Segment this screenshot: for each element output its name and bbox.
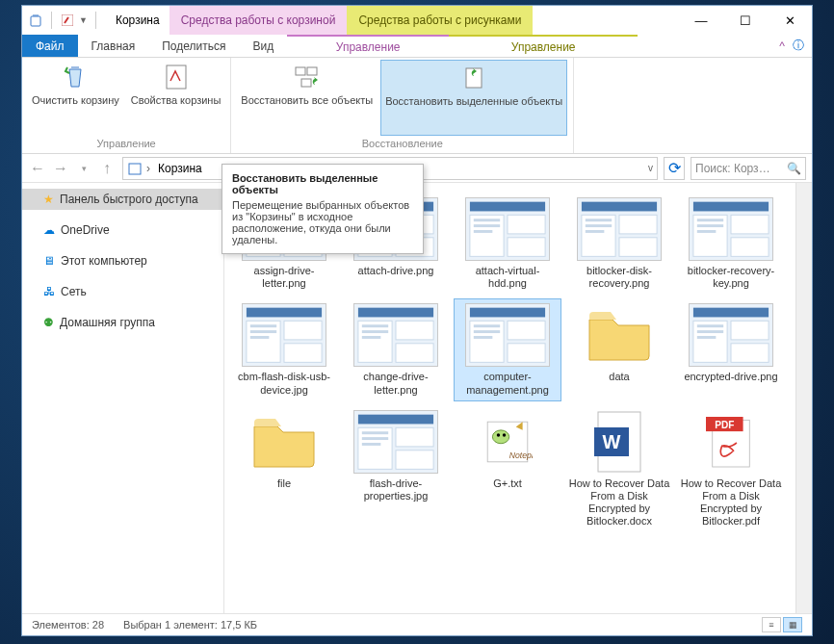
sidebar-item-onedrive[interactable]: ☁ OneDrive bbox=[22, 219, 223, 241]
cloud-icon: ☁ bbox=[43, 223, 55, 237]
separator bbox=[95, 12, 96, 29]
properties-icon[interactable] bbox=[60, 13, 75, 28]
sidebar-item-label: Домашняя группа bbox=[60, 316, 155, 329]
navigation-pane: ★ Панель быстрого доступа ☁ OneDrive 🖥 Э… bbox=[22, 183, 224, 613]
contextual-tab-recycle[interactable]: Средства работы с корзиной bbox=[169, 6, 348, 35]
maximize-button[interactable]: ☐ bbox=[723, 6, 768, 35]
file-name: attach-drive.png bbox=[358, 265, 434, 277]
tooltip: Восстановить выделенные объекты Перемеще… bbox=[222, 164, 424, 254]
tab-manage-pictures[interactable]: Управление bbox=[449, 35, 638, 57]
svg-rect-78 bbox=[697, 330, 723, 333]
file-item[interactable]: cbm-flash-disk-usb-device.jpg bbox=[230, 298, 338, 400]
contextual-tab-pictures[interactable]: Средства работы с рисунками bbox=[347, 6, 533, 35]
ribbon-collapse-icon[interactable]: ^ bbox=[779, 39, 785, 53]
address-dropdown-icon[interactable]: v bbox=[648, 163, 653, 173]
svg-rect-35 bbox=[619, 215, 657, 234]
back-button[interactable]: ← bbox=[28, 159, 47, 178]
svg-rect-37 bbox=[586, 219, 612, 221]
file-item[interactable]: data bbox=[565, 298, 673, 400]
tab-file[interactable]: Файл bbox=[22, 35, 78, 57]
file-thumbnail bbox=[353, 410, 438, 474]
recycle-properties-button[interactable]: Свойства корзины bbox=[127, 60, 225, 136]
file-thumbnail: PDF bbox=[689, 410, 773, 474]
sidebar-item-homegroup[interactable]: ⚉ Домашняя группа bbox=[22, 312, 223, 333]
file-item[interactable]: PDFHow to Recover Data From a Disk Encry… bbox=[677, 405, 785, 533]
svg-rect-44 bbox=[731, 238, 769, 257]
file-item[interactable]: flash-drive-properties.jpg bbox=[342, 405, 450, 533]
file-item[interactable]: WHow to Recover Data From a Disk Encrypt… bbox=[565, 405, 673, 533]
recycle-properties-label: Свойства корзины bbox=[131, 94, 222, 108]
tab-manage-recycle[interactable]: Управление bbox=[287, 35, 449, 57]
sidebar-item-quick-access[interactable]: ★ Панель быстрого доступа bbox=[22, 189, 223, 210]
file-thumbnail bbox=[465, 303, 550, 367]
svg-rect-79 bbox=[697, 336, 717, 339]
chevron-right-icon[interactable]: › bbox=[146, 162, 150, 175]
file-thumbnail: Notepad++ bbox=[465, 410, 550, 474]
sidebar-item-label: Этот компьютер bbox=[61, 254, 147, 268]
file-item[interactable]: bitlocker-disk-recovery.png bbox=[565, 193, 673, 295]
svg-rect-52 bbox=[284, 344, 322, 363]
details-view-button[interactable]: ≡ bbox=[762, 617, 781, 632]
icons-view-button[interactable]: ▦ bbox=[783, 617, 802, 632]
refresh-button[interactable]: ⟳ bbox=[664, 157, 685, 180]
svg-rect-27 bbox=[508, 215, 545, 234]
help-icon[interactable]: ⓘ bbox=[793, 38, 804, 54]
svg-text:PDF: PDF bbox=[715, 419, 734, 429]
sidebar-item-this-pc[interactable]: 🖥 Этот компьютер bbox=[22, 250, 223, 271]
pc-icon: 🖥 bbox=[43, 254, 55, 268]
svg-rect-73 bbox=[693, 308, 769, 318]
svg-rect-46 bbox=[697, 224, 723, 227]
file-name: assign-drive-letter.png bbox=[233, 265, 335, 290]
restore-selected-button[interactable]: Восстановить выделенные объекты bbox=[380, 60, 567, 136]
svg-rect-30 bbox=[474, 224, 500, 227]
svg-rect-75 bbox=[731, 322, 769, 341]
ribbon-group-manage-label: Управление bbox=[97, 136, 156, 151]
file-item[interactable]: file bbox=[230, 405, 338, 533]
minimize-button[interactable]: — bbox=[679, 6, 723, 35]
ribbon: Очистить корзину Свойства корзины Управл… bbox=[22, 58, 812, 154]
quick-access-toolbar: ▼ bbox=[22, 12, 106, 29]
view-mode-switcher: ≡ ▦ bbox=[762, 617, 802, 632]
file-item[interactable]: encrypted-drive.png bbox=[677, 298, 785, 400]
file-item[interactable]: bitlocker-recovery-key.png bbox=[677, 193, 785, 295]
up-button[interactable]: ↑ bbox=[97, 159, 117, 178]
svg-rect-62 bbox=[362, 330, 388, 333]
svg-rect-5 bbox=[301, 79, 311, 87]
svg-rect-68 bbox=[508, 344, 545, 363]
svg-rect-33 bbox=[582, 202, 657, 212]
ribbon-tabs: Файл Главная Поделиться Вид Управление У… bbox=[22, 35, 812, 58]
svg-text:Notepad++: Notepad++ bbox=[509, 451, 533, 460]
history-dropdown[interactable]: ▾ bbox=[74, 159, 93, 178]
close-button[interactable]: ✕ bbox=[768, 6, 812, 35]
qat-dropdown-icon[interactable]: ▼ bbox=[79, 15, 88, 25]
sidebar-item-network[interactable]: 🖧 Сеть bbox=[22, 281, 223, 302]
svg-rect-85 bbox=[362, 431, 388, 434]
tooltip-title: Восстановить выделенные объекты bbox=[232, 172, 413, 195]
file-item[interactable]: attach-virtual-hdd.png bbox=[454, 193, 561, 295]
svg-rect-2 bbox=[167, 65, 186, 89]
svg-text:W: W bbox=[603, 431, 621, 452]
file-item[interactable]: Notepad++G+.txt bbox=[454, 405, 561, 533]
tab-share[interactable]: Поделиться bbox=[148, 35, 239, 57]
svg-rect-49 bbox=[247, 308, 322, 318]
svg-rect-87 bbox=[362, 443, 381, 446]
vertical-scrollbar[interactable] bbox=[795, 183, 812, 613]
svg-rect-60 bbox=[396, 344, 433, 363]
restore-all-button[interactable]: Восстановить все объекты bbox=[237, 60, 377, 136]
breadcrumb-item[interactable]: Корзина bbox=[154, 162, 206, 175]
file-name: attach-virtual-hdd.png bbox=[456, 265, 559, 290]
svg-rect-86 bbox=[362, 437, 388, 440]
empty-recycle-button[interactable]: Очистить корзину bbox=[28, 60, 123, 136]
tab-home[interactable]: Главная bbox=[78, 35, 149, 57]
file-item[interactable]: change-drive-letter.png bbox=[342, 298, 450, 400]
window-controls: — ☐ ✕ bbox=[679, 6, 812, 35]
breadcrumb-root-icon[interactable] bbox=[127, 161, 143, 176]
file-item[interactable]: computer-management.png bbox=[454, 298, 561, 400]
search-input[interactable]: Поиск: Корз… 🔍 bbox=[691, 157, 806, 180]
forward-button[interactable]: → bbox=[51, 159, 70, 178]
tooltip-body: Перемещение выбранных объектов из "Корзи… bbox=[232, 199, 413, 245]
svg-rect-63 bbox=[362, 336, 381, 339]
tab-view[interactable]: Вид bbox=[239, 35, 287, 57]
search-icon: 🔍 bbox=[787, 162, 801, 175]
svg-rect-59 bbox=[396, 322, 433, 341]
